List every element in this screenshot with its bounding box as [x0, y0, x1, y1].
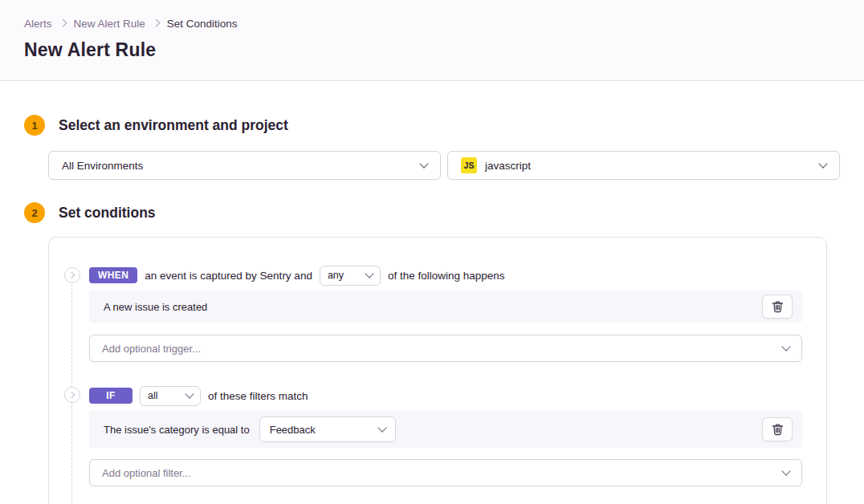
chevron-down-icon	[419, 159, 428, 168]
breadcrumb-separator-icon	[59, 19, 67, 27]
when-text-before: an event is captured by Sentry and	[145, 270, 312, 282]
if-text-after: of these filters match	[208, 390, 308, 402]
environment-select[interactable]: All Environments	[48, 151, 441, 180]
chevron-down-icon	[781, 466, 790, 475]
if-match-select[interactable]: all	[140, 386, 201, 406]
step1-number-badge: 1	[24, 115, 45, 136]
environment-project-row: All Environments JS javascript	[48, 151, 840, 180]
chevron-down-icon	[365, 269, 373, 278]
if-match-value: all	[148, 390, 158, 401]
chevron-down-icon	[185, 389, 194, 398]
breadcrumb-item-set-conditions: Set Conditions	[167, 18, 238, 30]
add-trigger-placeholder: Add optional trigger...	[102, 343, 783, 355]
when-badge: WHEN	[89, 267, 137, 283]
step1-header: 1 Select an environment and project	[24, 115, 840, 136]
when-text-after: of the following happens	[388, 270, 505, 282]
chevron-down-icon	[818, 159, 827, 168]
add-filter-placeholder: Add optional filter...	[102, 467, 783, 479]
when-condition-line: WHEN an event is captured by Sentry and …	[89, 266, 802, 284]
trigger-rule-label: A new issue is created	[104, 301, 762, 313]
filter-category-value: Feedback	[270, 424, 316, 436]
breadcrumb: Alerts New Alert Rule Set Conditions	[24, 18, 840, 30]
chevron-right-icon	[68, 272, 75, 278]
step2-number-badge: 2	[24, 202, 45, 223]
step1-title: Select an environment and project	[59, 117, 288, 134]
step2-header: 2 Set conditions	[24, 202, 840, 223]
project-select-value: javascript	[485, 160, 820, 172]
breadcrumb-separator-icon	[152, 19, 160, 27]
when-match-select[interactable]: any	[320, 266, 381, 286]
when-match-value: any	[328, 270, 344, 281]
filter-rule-row: The issue's category is equal to Feedbac…	[89, 411, 802, 448]
chevron-down-icon	[377, 423, 386, 432]
delete-filter-button[interactable]	[762, 417, 793, 441]
page-title: New Alert Rule	[24, 39, 840, 61]
if-condition-line: IF all of these filters match	[89, 387, 802, 404]
javascript-platform-icon: JS	[461, 157, 477, 173]
trash-icon	[772, 423, 784, 436]
if-collapse-icon[interactable]	[64, 387, 80, 403]
breadcrumb-item-new-alert-rule[interactable]: New Alert Rule	[74, 18, 145, 30]
filter-rule-label: The issue's category is equal to	[104, 424, 250, 436]
trash-icon	[772, 300, 784, 313]
add-optional-filter-select[interactable]: Add optional filter...	[89, 459, 802, 486]
environment-select-value: All Environments	[62, 160, 421, 172]
trigger-rule-row: A new issue is created	[89, 291, 802, 323]
if-badge: IF	[89, 388, 132, 404]
chevron-right-icon	[68, 392, 75, 398]
delete-trigger-button[interactable]	[762, 295, 793, 319]
when-collapse-icon[interactable]	[64, 267, 80, 283]
page-header: Alerts New Alert Rule Set Conditions New…	[0, 0, 864, 81]
conditions-panel: WHEN an event is captured by Sentry and …	[48, 237, 827, 504]
breadcrumb-item-alerts[interactable]: Alerts	[24, 18, 52, 30]
chevron-down-icon	[781, 342, 790, 351]
main-content: 1 Select an environment and project All …	[0, 81, 864, 504]
step2-title: Set conditions	[59, 205, 156, 222]
project-select[interactable]: JS javascript	[447, 151, 840, 180]
filter-category-select[interactable]: Feedback	[259, 417, 396, 442]
add-optional-trigger-select[interactable]: Add optional trigger...	[89, 335, 802, 362]
